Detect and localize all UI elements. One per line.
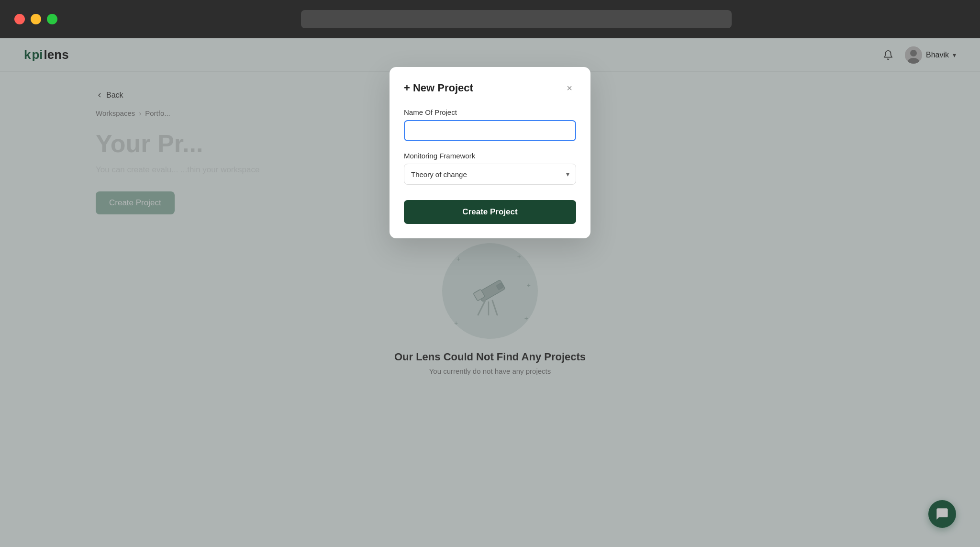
project-name-group: Name Of Project <box>404 108 576 141</box>
traffic-lights <box>14 14 57 24</box>
framework-select-wrapper: Theory of change Logical Framework Resul… <box>404 164 576 185</box>
project-name-label: Name Of Project <box>404 108 576 116</box>
modal-title: + New Project <box>404 82 473 94</box>
modal-close-button[interactable]: × <box>563 81 576 95</box>
close-button[interactable] <box>14 14 25 24</box>
minimize-button[interactable] <box>31 14 41 24</box>
monitoring-framework-group: Monitoring Framework Theory of change Lo… <box>404 152 576 185</box>
monitoring-framework-label: Monitoring Framework <box>404 152 576 160</box>
app-container: kpilens Bhavik ▾ <box>0 38 980 547</box>
modal-overlay[interactable]: + New Project × Name Of Project Monitori… <box>0 38 980 547</box>
modal-create-project-button[interactable]: Create Project <box>404 200 576 224</box>
project-name-input[interactable] <box>404 120 576 141</box>
new-project-modal: + New Project × Name Of Project Monitori… <box>390 67 590 238</box>
browser-chrome <box>0 0 980 38</box>
maximize-button[interactable] <box>47 14 57 24</box>
modal-header: + New Project × <box>404 81 576 95</box>
address-bar[interactable] <box>301 10 732 28</box>
framework-select[interactable]: Theory of change Logical Framework Resul… <box>404 164 576 185</box>
